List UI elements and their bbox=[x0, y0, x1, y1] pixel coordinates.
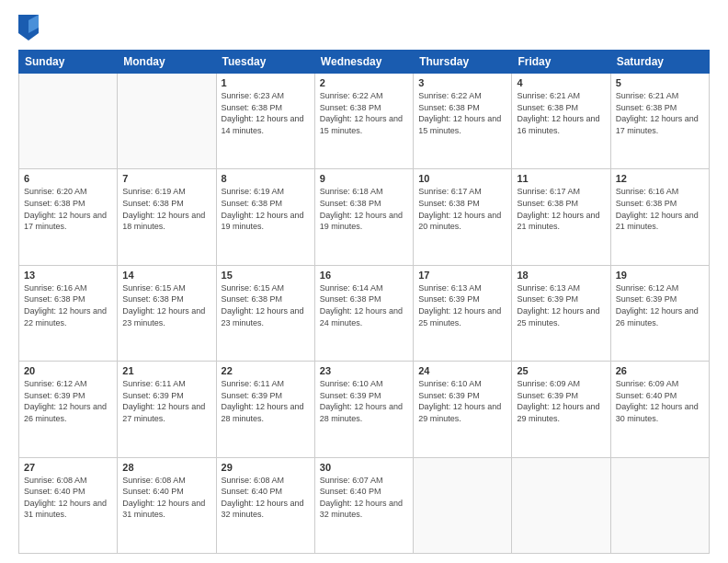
day-number: 7 bbox=[122, 173, 210, 184]
day-cell: 7Sunrise: 6:19 AM Sunset: 6:38 PM Daylig… bbox=[118, 169, 216, 265]
day-cell: 25Sunrise: 6:09 AM Sunset: 6:39 PM Dayli… bbox=[512, 362, 610, 457]
day-number: 26 bbox=[616, 365, 704, 376]
week-row-1: 1Sunrise: 6:23 AM Sunset: 6:38 PM Daylig… bbox=[19, 74, 710, 169]
day-info: Sunrise: 6:07 AM Sunset: 6:40 PM Dayligh… bbox=[320, 475, 408, 521]
day-info: Sunrise: 6:15 AM Sunset: 6:38 PM Dayligh… bbox=[122, 282, 210, 328]
day-info: Sunrise: 6:17 AM Sunset: 6:38 PM Dayligh… bbox=[517, 186, 605, 232]
day-info: Sunrise: 6:21 AM Sunset: 6:38 PM Dayligh… bbox=[517, 90, 605, 136]
day-cell: 19Sunrise: 6:12 AM Sunset: 6:39 PM Dayli… bbox=[610, 265, 709, 361]
day-cell: 1Sunrise: 6:23 AM Sunset: 6:38 PM Daylig… bbox=[216, 74, 314, 169]
day-cell: 17Sunrise: 6:13 AM Sunset: 6:39 PM Dayli… bbox=[414, 265, 512, 361]
day-header-thursday: Thursday bbox=[414, 51, 512, 74]
day-cell: 8Sunrise: 6:19 AM Sunset: 6:38 PM Daylig… bbox=[216, 169, 314, 265]
day-info: Sunrise: 6:09 AM Sunset: 6:39 PM Dayligh… bbox=[517, 378, 605, 424]
logo-icon bbox=[18, 15, 39, 40]
day-number: 12 bbox=[616, 173, 704, 184]
day-cell: 13Sunrise: 6:16 AM Sunset: 6:38 PM Dayli… bbox=[19, 265, 118, 361]
day-info: Sunrise: 6:11 AM Sunset: 6:39 PM Dayligh… bbox=[122, 378, 210, 424]
day-number: 29 bbox=[222, 462, 310, 473]
day-cell: 12Sunrise: 6:16 AM Sunset: 6:38 PM Dayli… bbox=[610, 169, 709, 265]
day-number: 16 bbox=[320, 270, 408, 281]
calendar-table: SundayMondayTuesdayWednesdayThursdayFrid… bbox=[18, 50, 710, 554]
day-cell: 11Sunrise: 6:17 AM Sunset: 6:38 PM Dayli… bbox=[512, 169, 610, 265]
day-cell: 6Sunrise: 6:20 AM Sunset: 6:38 PM Daylig… bbox=[19, 169, 118, 265]
day-number: 4 bbox=[517, 77, 605, 88]
day-info: Sunrise: 6:13 AM Sunset: 6:39 PM Dayligh… bbox=[517, 282, 605, 328]
day-cell: 22Sunrise: 6:11 AM Sunset: 6:39 PM Dayli… bbox=[216, 362, 314, 457]
week-row-3: 13Sunrise: 6:16 AM Sunset: 6:38 PM Dayli… bbox=[19, 265, 710, 361]
day-number: 18 bbox=[517, 270, 605, 281]
day-cell: 14Sunrise: 6:15 AM Sunset: 6:38 PM Dayli… bbox=[118, 265, 216, 361]
week-row-4: 20Sunrise: 6:12 AM Sunset: 6:39 PM Dayli… bbox=[19, 362, 710, 457]
day-header-monday: Monday bbox=[118, 51, 216, 74]
day-cell: 27Sunrise: 6:08 AM Sunset: 6:40 PM Dayli… bbox=[19, 457, 118, 553]
day-info: Sunrise: 6:08 AM Sunset: 6:40 PM Dayligh… bbox=[122, 475, 210, 521]
day-info: Sunrise: 6:12 AM Sunset: 6:39 PM Dayligh… bbox=[24, 378, 112, 424]
day-number: 11 bbox=[517, 173, 605, 184]
day-cell bbox=[610, 457, 709, 553]
day-number: 14 bbox=[122, 270, 210, 281]
day-info: Sunrise: 6:21 AM Sunset: 6:38 PM Dayligh… bbox=[616, 90, 704, 136]
day-header-friday: Friday bbox=[512, 51, 610, 74]
day-info: Sunrise: 6:16 AM Sunset: 6:38 PM Dayligh… bbox=[24, 282, 112, 328]
day-header-tuesday: Tuesday bbox=[216, 51, 314, 74]
day-cell: 29Sunrise: 6:08 AM Sunset: 6:40 PM Dayli… bbox=[216, 457, 314, 553]
day-number: 24 bbox=[418, 365, 506, 376]
day-cell: 16Sunrise: 6:14 AM Sunset: 6:38 PM Dayli… bbox=[314, 265, 413, 361]
day-info: Sunrise: 6:10 AM Sunset: 6:39 PM Dayligh… bbox=[320, 378, 408, 424]
day-number: 27 bbox=[24, 462, 112, 473]
day-info: Sunrise: 6:20 AM Sunset: 6:38 PM Dayligh… bbox=[24, 186, 112, 232]
day-number: 21 bbox=[122, 365, 210, 376]
day-info: Sunrise: 6:19 AM Sunset: 6:38 PM Dayligh… bbox=[122, 186, 210, 232]
day-cell: 4Sunrise: 6:21 AM Sunset: 6:38 PM Daylig… bbox=[512, 74, 610, 169]
day-cell: 3Sunrise: 6:22 AM Sunset: 6:38 PM Daylig… bbox=[414, 74, 512, 169]
day-number: 2 bbox=[320, 77, 408, 88]
day-info: Sunrise: 6:08 AM Sunset: 6:40 PM Dayligh… bbox=[24, 475, 112, 521]
day-info: Sunrise: 6:23 AM Sunset: 6:38 PM Dayligh… bbox=[222, 90, 310, 136]
day-cell: 18Sunrise: 6:13 AM Sunset: 6:39 PM Dayli… bbox=[512, 265, 610, 361]
day-number: 10 bbox=[418, 173, 506, 184]
day-info: Sunrise: 6:19 AM Sunset: 6:38 PM Dayligh… bbox=[222, 186, 310, 232]
day-header-saturday: Saturday bbox=[610, 51, 709, 74]
logo bbox=[18, 15, 42, 40]
day-number: 15 bbox=[222, 270, 310, 281]
day-info: Sunrise: 6:10 AM Sunset: 6:39 PM Dayligh… bbox=[418, 378, 506, 424]
day-number: 28 bbox=[122, 462, 210, 473]
day-info: Sunrise: 6:08 AM Sunset: 6:40 PM Dayligh… bbox=[222, 475, 310, 521]
day-info: Sunrise: 6:12 AM Sunset: 6:39 PM Dayligh… bbox=[616, 282, 704, 328]
day-number: 19 bbox=[616, 270, 704, 281]
day-cell: 9Sunrise: 6:18 AM Sunset: 6:38 PM Daylig… bbox=[314, 169, 413, 265]
page: SundayMondayTuesdayWednesdayThursdayFrid… bbox=[0, 0, 728, 563]
day-info: Sunrise: 6:17 AM Sunset: 6:38 PM Dayligh… bbox=[418, 186, 506, 232]
day-cell: 15Sunrise: 6:15 AM Sunset: 6:38 PM Dayli… bbox=[216, 265, 314, 361]
day-info: Sunrise: 6:16 AM Sunset: 6:38 PM Dayligh… bbox=[616, 186, 704, 232]
week-row-2: 6Sunrise: 6:20 AM Sunset: 6:38 PM Daylig… bbox=[19, 169, 710, 265]
day-info: Sunrise: 6:13 AM Sunset: 6:39 PM Dayligh… bbox=[418, 282, 506, 328]
calendar-header-row: SundayMondayTuesdayWednesdayThursdayFrid… bbox=[19, 51, 710, 74]
day-header-sunday: Sunday bbox=[19, 51, 118, 74]
day-cell: 24Sunrise: 6:10 AM Sunset: 6:39 PM Dayli… bbox=[414, 362, 512, 457]
day-cell: 26Sunrise: 6:09 AM Sunset: 6:40 PM Dayli… bbox=[610, 362, 709, 457]
day-number: 9 bbox=[320, 173, 408, 184]
day-cell: 30Sunrise: 6:07 AM Sunset: 6:40 PM Dayli… bbox=[314, 457, 413, 553]
day-number: 1 bbox=[222, 77, 310, 88]
week-row-5: 27Sunrise: 6:08 AM Sunset: 6:40 PM Dayli… bbox=[19, 457, 710, 553]
day-info: Sunrise: 6:09 AM Sunset: 6:40 PM Dayligh… bbox=[616, 378, 704, 424]
day-number: 22 bbox=[222, 365, 310, 376]
day-cell bbox=[118, 74, 216, 169]
day-number: 6 bbox=[24, 173, 112, 184]
day-info: Sunrise: 6:15 AM Sunset: 6:38 PM Dayligh… bbox=[222, 282, 310, 328]
day-cell: 20Sunrise: 6:12 AM Sunset: 6:39 PM Dayli… bbox=[19, 362, 118, 457]
day-header-wednesday: Wednesday bbox=[314, 51, 413, 74]
day-cell: 10Sunrise: 6:17 AM Sunset: 6:38 PM Dayli… bbox=[414, 169, 512, 265]
day-info: Sunrise: 6:11 AM Sunset: 6:39 PM Dayligh… bbox=[222, 378, 310, 424]
day-number: 30 bbox=[320, 462, 408, 473]
day-info: Sunrise: 6:18 AM Sunset: 6:38 PM Dayligh… bbox=[320, 186, 408, 232]
day-info: Sunrise: 6:22 AM Sunset: 6:38 PM Dayligh… bbox=[418, 90, 506, 136]
day-number: 17 bbox=[418, 270, 506, 281]
day-number: 20 bbox=[24, 365, 112, 376]
day-number: 13 bbox=[24, 270, 112, 281]
day-info: Sunrise: 6:22 AM Sunset: 6:38 PM Dayligh… bbox=[320, 90, 408, 136]
day-number: 25 bbox=[517, 365, 605, 376]
day-cell: 5Sunrise: 6:21 AM Sunset: 6:38 PM Daylig… bbox=[610, 74, 709, 169]
